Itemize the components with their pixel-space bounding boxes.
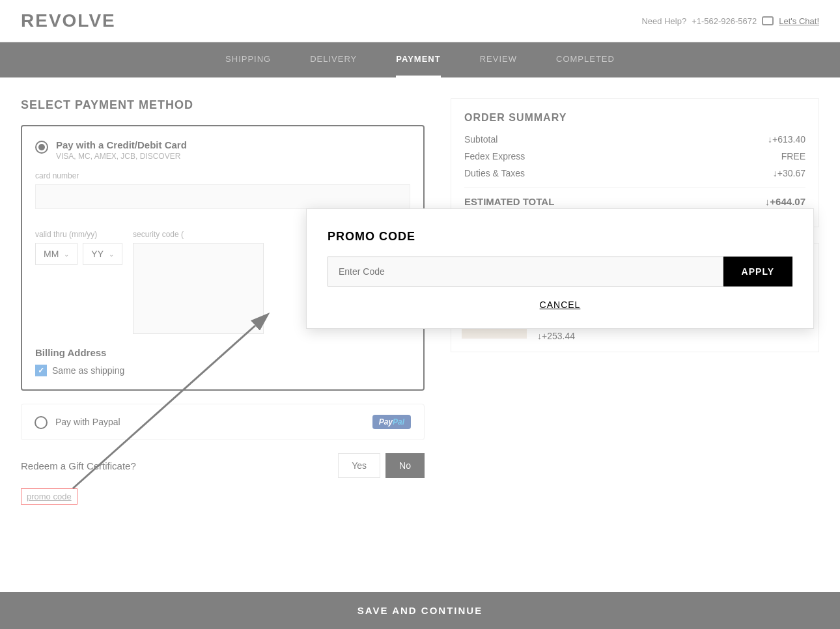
- promo-input-row: APPLY: [328, 257, 792, 287]
- cancel-promo-link[interactable]: CANCEL: [328, 300, 792, 310]
- promo-code-input[interactable]: [328, 257, 723, 287]
- promo-modal-box: PROMO CODE APPLY CANCEL: [306, 208, 814, 329]
- promo-modal-overlay: PROMO CODE APPLY CANCEL: [0, 0, 840, 583]
- apply-promo-button[interactable]: APPLY: [723, 257, 792, 287]
- promo-modal-title: PROMO CODE: [328, 230, 792, 244]
